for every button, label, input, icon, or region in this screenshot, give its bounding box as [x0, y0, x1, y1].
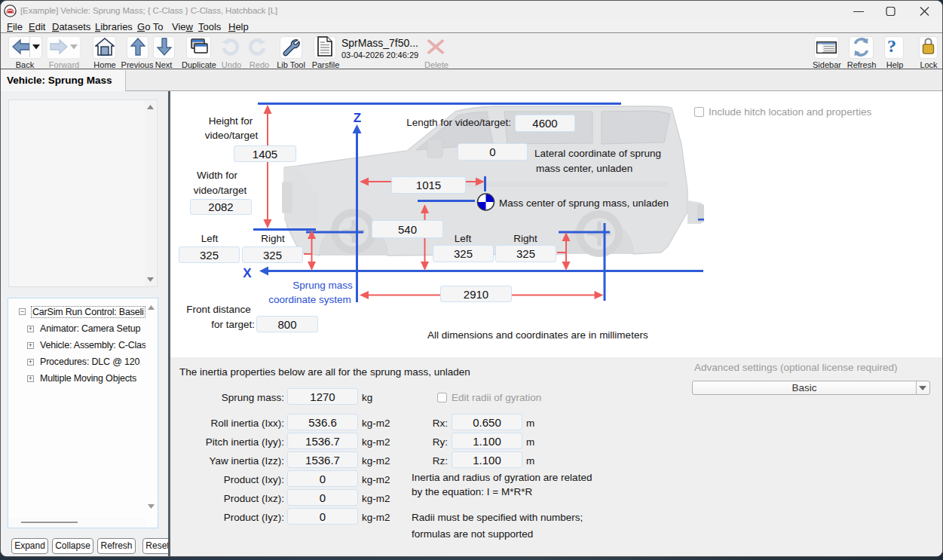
svg-text:X: X — [243, 266, 252, 280]
